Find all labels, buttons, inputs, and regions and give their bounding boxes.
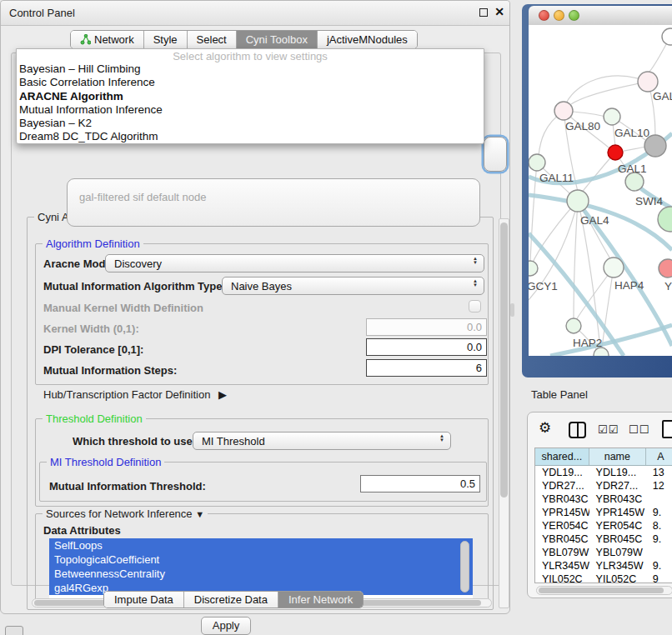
- mac-zoom-button[interactable]: [569, 10, 579, 21]
- network-node[interactable]: [662, 28, 672, 45]
- network-canvas[interactable]: GALGAL80GAL10GAL1GAL11SWI4GAL4GCY1HAP4YH…: [529, 25, 672, 356]
- table-row[interactable]: YIL052CYIL052C9: [535, 572, 672, 583]
- manual-kernel-checkbox[interactable]: [469, 300, 481, 312]
- network-selection-value: gal-filtered sif default node: [79, 191, 206, 203]
- algorithm-option[interactable]: Bayesian – Hill Climbing: [17, 62, 484, 76]
- float-window-icon[interactable]: [479, 8, 488, 17]
- algorithm-option[interactable]: ARACNE Algorithm: [17, 90, 484, 103]
- network-node-gal80[interactable]: [554, 102, 573, 120]
- settings-vscroll-thumb[interactable]: [500, 222, 508, 498]
- network-view-window[interactable]: GALGAL80GAL10GAL1GAL11SWI4GAL4GCY1HAP4YH…: [522, 4, 672, 378]
- which-threshold-combobox[interactable]: MI Threshold ▲▼: [193, 432, 451, 450]
- attribute-list-item[interactable]: SelfLoops: [49, 538, 473, 552]
- network-node-hap4[interactable]: [604, 258, 624, 278]
- algorithm-combobox-edge[interactable]: [484, 137, 507, 172]
- network-node-gal10[interactable]: [604, 108, 620, 125]
- algorithm-dropdown-hint: Select algorithm to view settings: [17, 50, 484, 62]
- network-node[interactable]: [658, 207, 672, 232]
- mac-minimize-button[interactable]: [554, 10, 564, 21]
- table-row[interactable]: YBR045CYBR045C9.: [535, 532, 672, 546]
- table-horizontal-scrollbar[interactable]: [536, 586, 672, 595]
- mi-type-label: Mutual Information Algorithm Type:: [43, 280, 226, 292]
- attributes-scroll-thumb[interactable]: [460, 541, 469, 592]
- table-cell: 9: [646, 572, 672, 583]
- table-row[interactable]: YDR27...YDR27...12: [535, 479, 672, 492]
- collapse-arrow-icon[interactable]: ▼: [195, 509, 204, 519]
- tab-cyni-toolbox[interactable]: Cyni Toolbox: [237, 31, 318, 48]
- attribute-list-item[interactable]: TopologicalCoefficient: [49, 552, 473, 567]
- apply-button[interactable]: Apply: [201, 617, 251, 635]
- mi-steps-field[interactable]: [366, 359, 487, 377]
- document-icon[interactable]: [662, 420, 672, 438]
- table-cell: YDR27...: [535, 479, 589, 492]
- algorithm-option[interactable]: Dream8 DC_TDC Algorithm: [17, 130, 484, 143]
- mi-type-combobox[interactable]: Naive Bayes ▲▼: [222, 277, 484, 295]
- network-node-gal4[interactable]: [567, 190, 589, 212]
- split-columns-icon[interactable]: [569, 422, 586, 438]
- algorithm-definition-title: Algorithm Definition: [43, 238, 143, 250]
- select-all-icon[interactable]: ☑☑: [598, 423, 619, 436]
- bottom-tab-infer-network[interactable]: Infer Network: [278, 592, 363, 608]
- network-node-gal[interactable]: [638, 72, 658, 92]
- kernel-width-field[interactable]: [366, 318, 487, 336]
- column-header[interactable]: shared...: [535, 448, 589, 465]
- hub-definition-label[interactable]: Hub/Transcription Factor Definition ▶: [43, 388, 227, 401]
- node-label: GAL10: [614, 127, 649, 139]
- bottom-tab-impute-data[interactable]: Impute Data: [104, 592, 184, 608]
- tab-style[interactable]: Style: [144, 31, 188, 48]
- network-selection-combobox[interactable]: gal-filtered sif default node: [67, 178, 480, 227]
- network-node-swi4[interactable]: [625, 172, 644, 191]
- network-icon: [80, 34, 91, 45]
- bottom-corner-widget[interactable]: [5, 626, 23, 635]
- mi-type-value: Naive Bayes: [231, 280, 292, 292]
- tab-label: Style: [153, 33, 178, 46]
- data-attributes-list[interactable]: SelfLoopsTopologicalCoefficientBetweenne…: [49, 538, 473, 598]
- table-cell: YPR145W: [535, 506, 589, 519]
- algorithm-option[interactable]: Bayesian – K2: [17, 117, 484, 130]
- table-row[interactable]: YER054CYER054C8.: [535, 519, 672, 532]
- table-row[interactable]: YBL079WYBL079W: [535, 546, 672, 559]
- gear-icon[interactable]: ⚙: [539, 419, 551, 437]
- aracne-mode-combobox[interactable]: Discovery ▲▼: [105, 254, 484, 272]
- network-node-gcy1[interactable]: [529, 261, 538, 276]
- bottom-tab-discretize-data[interactable]: Discretize Data: [184, 592, 278, 608]
- table-row[interactable]: YPR145WYPR145W9.: [535, 506, 672, 519]
- network-window-titlebar[interactable]: [529, 6, 672, 26]
- column-header[interactable]: A: [646, 448, 672, 465]
- table-hscroll-thumb[interactable]: [539, 588, 664, 593]
- node-label: GCY1: [529, 280, 558, 292]
- network-node-y[interactable]: [659, 259, 672, 278]
- which-threshold-label: Which threshold to use:: [73, 435, 196, 448]
- combo-arrows-icon: ▲▼: [473, 279, 478, 288]
- hub-definition-text: Hub/Transcription Factor Definition: [43, 388, 210, 401]
- tab-select[interactable]: Select: [188, 31, 237, 48]
- table-cell: 13: [646, 466, 672, 479]
- dpi-tolerance-field[interactable]: [366, 338, 487, 356]
- network-node-gal1[interactable]: [608, 145, 623, 160]
- network-node-gal11[interactable]: [529, 154, 545, 171]
- close-icon[interactable]: ✕: [494, 5, 504, 18]
- control-panel-titlebar[interactable]: Control Panel ✕: [1, 1, 509, 26]
- tab-jactivemnodules[interactable]: jActiveMNodules: [318, 31, 417, 48]
- deselect-all-icon[interactable]: ☐☐: [629, 423, 649, 436]
- settings-vertical-scrollbar[interactable]: [499, 218, 509, 608]
- algorithm-option[interactable]: Mutual Information Inference: [17, 103, 484, 117]
- mi-threshold-field[interactable]: [360, 475, 480, 492]
- panel-splitter-handle[interactable]: [510, 303, 514, 317]
- expand-arrow-icon[interactable]: ▶: [218, 388, 227, 401]
- table-cell: YDL19...: [535, 466, 589, 479]
- network-edge: [574, 201, 578, 319]
- table-row[interactable]: YLR345WYLR345W9.: [535, 559, 672, 572]
- mac-close-button[interactable]: [539, 10, 549, 21]
- mi-threshold-label: Mutual Information Threshold:: [49, 480, 206, 492]
- desktop: Control Panel ✕ NetworkStyleSelectCyni T…: [0, 0, 672, 635]
- algorithm-option[interactable]: Basic Correlation Inference: [17, 76, 484, 89]
- attribute-list-item[interactable]: BetweennessCentrality: [49, 567, 473, 581]
- tab-network[interactable]: Network: [71, 31, 144, 48]
- table-cell: YIL052C: [535, 572, 589, 583]
- column-header[interactable]: name: [589, 448, 646, 465]
- network-node-hap2[interactable]: [566, 318, 581, 333]
- table-row[interactable]: YDL19...YDL19...13: [535, 466, 672, 479]
- table-cell: YDL19...: [589, 466, 646, 479]
- table-row[interactable]: YBR043CYBR043C: [535, 492, 672, 506]
